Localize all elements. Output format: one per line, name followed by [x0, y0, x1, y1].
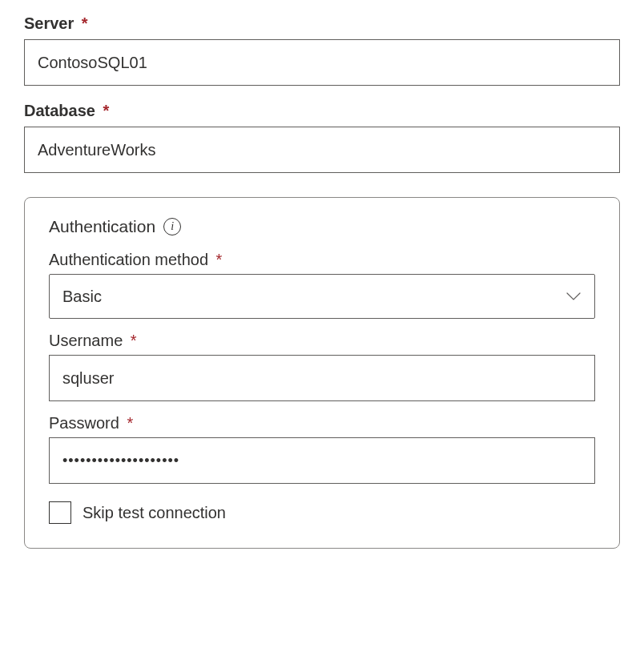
- skip-test-row: Skip test connection: [49, 501, 595, 524]
- username-label: Username *: [49, 332, 595, 350]
- authentication-panel: Authentication i Authentication method *…: [24, 197, 620, 549]
- authentication-title-text: Authentication: [49, 217, 155, 236]
- database-field-group: Database *: [24, 102, 620, 173]
- database-label-text: Database: [24, 102, 95, 119]
- auth-method-select[interactable]: Basic: [49, 274, 595, 319]
- server-field-group: Server *: [24, 14, 620, 86]
- auth-method-value: Basic: [62, 288, 102, 306]
- password-label: Password *: [49, 414, 595, 433]
- authentication-panel-title: Authentication i: [49, 217, 595, 236]
- username-group: Username *: [49, 332, 595, 401]
- info-icon[interactable]: i: [163, 218, 181, 235]
- server-label-text: Server: [24, 14, 74, 32]
- required-indicator: *: [127, 414, 133, 432]
- database-input[interactable]: [24, 127, 620, 173]
- skip-test-label: Skip test connection: [83, 504, 226, 522]
- database-label: Database *: [24, 102, 620, 120]
- auth-method-label-text: Authentication method: [49, 251, 208, 268]
- required-indicator: *: [103, 102, 110, 119]
- server-input[interactable]: [24, 39, 620, 86]
- skip-test-checkbox[interactable]: [49, 501, 71, 524]
- auth-method-group: Authentication method * Basic: [49, 251, 595, 319]
- server-label: Server *: [24, 14, 620, 33]
- password-label-text: Password: [49, 414, 119, 432]
- password-input[interactable]: [49, 437, 595, 484]
- required-indicator: *: [82, 14, 88, 32]
- password-group: Password *: [49, 414, 595, 484]
- required-indicator: *: [131, 332, 137, 349]
- auth-method-select-wrap: Basic: [49, 274, 595, 319]
- auth-method-label: Authentication method *: [49, 251, 595, 269]
- username-label-text: Username: [49, 332, 123, 349]
- required-indicator: *: [216, 251, 223, 268]
- username-input[interactable]: [49, 355, 595, 401]
